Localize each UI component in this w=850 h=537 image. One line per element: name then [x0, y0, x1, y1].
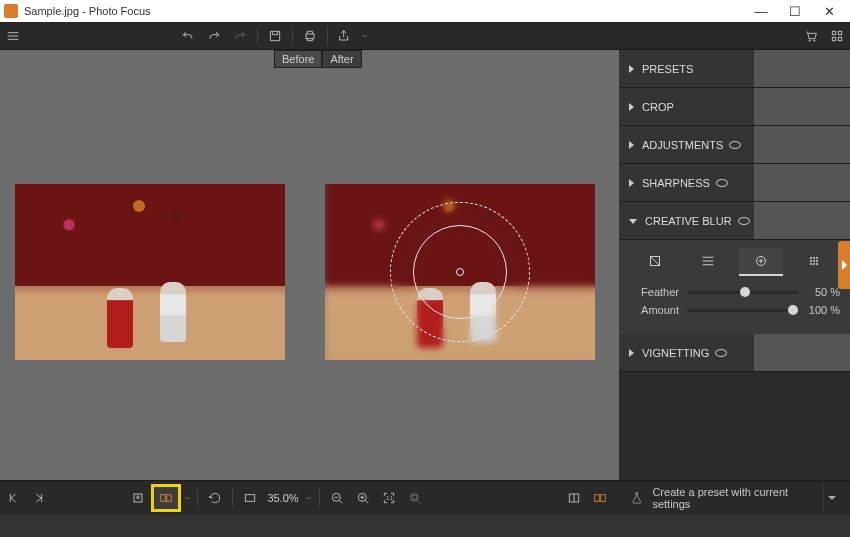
- share-dropdown[interactable]: [358, 23, 372, 49]
- compare-split-button[interactable]: [587, 484, 613, 512]
- redo-button[interactable]: [201, 23, 227, 49]
- fit-screen-button[interactable]: [237, 484, 263, 512]
- title-bar: Sample.jpg - Photo Focus — ☐ ✕: [0, 0, 850, 22]
- canvas-area[interactable]: Before After: [0, 50, 619, 480]
- side-panel: PRESETS CROP ADJUSTMENTS SHARPNESS CREAT…: [619, 50, 850, 480]
- feather-label: Feather: [629, 286, 679, 298]
- panel-creative-blur-label: CREATIVE BLUR: [645, 215, 732, 227]
- bottom-toolbar: 35.0% 1:1: [0, 480, 619, 515]
- feather-value: 50 %: [806, 286, 840, 298]
- undo-button[interactable]: [175, 23, 201, 49]
- preset-bar: Create a preset with current settings: [619, 480, 850, 515]
- single-view-button[interactable]: [125, 484, 151, 512]
- split-view-button[interactable]: [151, 484, 181, 512]
- panel-sharpness-label: SHARPNESS: [642, 177, 710, 189]
- amount-value: 100 %: [806, 304, 840, 316]
- svg-point-12: [816, 257, 818, 259]
- svg-point-18: [816, 263, 818, 265]
- close-button[interactable]: ✕: [812, 0, 846, 22]
- amount-label: Amount: [629, 304, 679, 316]
- svg-rect-22: [167, 495, 172, 502]
- blur-mode-linear[interactable]: [686, 248, 730, 276]
- after-image[interactable]: [325, 184, 595, 360]
- svg-text:1:1: 1:1: [386, 496, 393, 501]
- feather-thumb[interactable]: [740, 287, 750, 297]
- svg-point-11: [813, 257, 815, 259]
- svg-point-13: [810, 260, 812, 262]
- svg-point-16: [810, 263, 812, 265]
- svg-rect-5: [838, 31, 841, 34]
- actual-size-button[interactable]: 1:1: [376, 484, 402, 512]
- panel-vignetting[interactable]: VIGNETTING: [619, 334, 850, 372]
- zoom-level: 35.0%: [267, 492, 298, 504]
- preset-dropdown[interactable]: [823, 484, 840, 512]
- print-button[interactable]: [297, 23, 323, 49]
- panel-presets-label: PRESETS: [642, 63, 693, 75]
- sidepanel-collapse-button[interactable]: [838, 241, 850, 289]
- zoom-in-button[interactable]: [350, 484, 376, 512]
- panel-vignetting-label: VIGNETTING: [642, 347, 709, 359]
- after-tab[interactable]: After: [322, 50, 361, 68]
- flask-icon: [629, 490, 644, 506]
- svg-point-2: [809, 40, 810, 41]
- before-after-tabs: Before After: [274, 50, 362, 68]
- blur-mode-radial[interactable]: [739, 248, 783, 276]
- panel-sharpness[interactable]: SHARPNESS: [619, 164, 850, 202]
- amount-thumb[interactable]: [788, 305, 798, 315]
- blur-mode-none[interactable]: [633, 248, 677, 276]
- blur-center-handle[interactable]: [456, 268, 464, 276]
- svg-rect-19: [134, 494, 142, 502]
- panel-adjustments[interactable]: ADJUSTMENTS: [619, 126, 850, 164]
- panel-adjustments-label: ADJUSTMENTS: [642, 139, 723, 151]
- panel-crop[interactable]: CROP: [619, 88, 850, 126]
- svg-point-17: [813, 263, 815, 265]
- svg-point-20: [137, 496, 140, 499]
- visibility-icon[interactable]: [729, 141, 741, 149]
- panel-presets[interactable]: PRESETS: [619, 50, 850, 88]
- svg-point-15: [816, 260, 818, 262]
- amount-slider[interactable]: Amount 100 %: [629, 304, 840, 316]
- svg-rect-21: [161, 495, 166, 502]
- navigator-button[interactable]: [402, 484, 428, 512]
- panel-crop-label: CROP: [642, 101, 674, 113]
- before-image[interactable]: [15, 184, 285, 360]
- compare-original-button[interactable]: [561, 484, 587, 512]
- minimize-button[interactable]: —: [744, 0, 778, 22]
- svg-rect-31: [601, 495, 606, 502]
- svg-rect-0: [270, 31, 279, 40]
- create-preset-button[interactable]: Create a preset with current settings: [652, 486, 822, 510]
- rotate-button[interactable]: [202, 484, 228, 512]
- cart-button[interactable]: [798, 23, 824, 49]
- save-button[interactable]: [262, 23, 288, 49]
- svg-rect-7: [838, 37, 841, 40]
- zoom-dropdown[interactable]: [303, 484, 315, 512]
- grid-view-button[interactable]: [824, 23, 850, 49]
- svg-rect-28: [412, 495, 416, 499]
- menu-button[interactable]: [0, 23, 26, 49]
- svg-rect-23: [246, 495, 255, 502]
- app-icon: [4, 4, 18, 18]
- svg-rect-1: [306, 34, 314, 39]
- svg-point-10: [810, 257, 812, 259]
- history-forward-button[interactable]: [227, 23, 253, 49]
- svg-point-27: [410, 493, 418, 501]
- svg-rect-6: [832, 37, 835, 40]
- svg-point-14: [813, 260, 815, 262]
- blur-mode-grid[interactable]: [792, 248, 836, 276]
- first-image-button[interactable]: [0, 484, 26, 512]
- panel-creative-blur[interactable]: CREATIVE BLUR: [619, 202, 850, 240]
- maximize-button[interactable]: ☐: [778, 0, 812, 22]
- window-title: Sample.jpg - Photo Focus: [24, 5, 151, 17]
- creative-blur-body: Feather 50 % Amount 100 %: [619, 240, 850, 334]
- visibility-icon[interactable]: [738, 217, 750, 225]
- visibility-icon[interactable]: [715, 349, 727, 357]
- visibility-icon[interactable]: [716, 179, 728, 187]
- split-view-dropdown[interactable]: [181, 484, 193, 512]
- top-toolbar: [0, 22, 850, 50]
- share-button[interactable]: [332, 23, 358, 49]
- zoom-out-button[interactable]: [324, 484, 350, 512]
- next-image-button[interactable]: [26, 484, 52, 512]
- svg-rect-4: [832, 31, 835, 34]
- feather-slider[interactable]: Feather 50 %: [629, 286, 840, 298]
- before-tab[interactable]: Before: [274, 50, 322, 68]
